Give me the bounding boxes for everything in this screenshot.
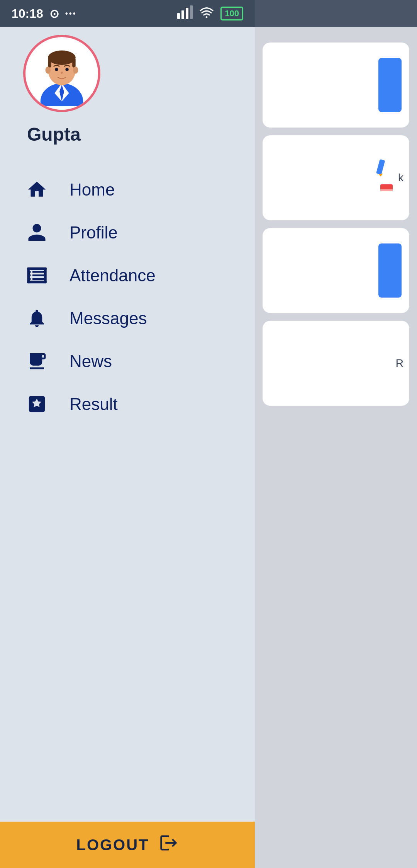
pencil-icon: [375, 159, 394, 178]
svg-rect-17: [48, 58, 51, 68]
time-display: 10:18: [12, 7, 43, 21]
svg-rect-1: [181, 10, 184, 19]
user-name: Gupta: [27, 124, 81, 145]
nav-item-messages[interactable]: Messages: [15, 297, 239, 340]
navigation-drawer: Gupta Home Profile: [0, 0, 255, 868]
bg-text-k: k: [398, 172, 403, 184]
svg-rect-5: [376, 159, 385, 175]
svg-rect-2: [186, 8, 188, 19]
svg-rect-8: [380, 189, 393, 191]
svg-point-21: [55, 68, 58, 71]
bg-card-2: k: [263, 135, 409, 220]
messages-icon: [23, 308, 50, 329]
status-right: 100: [177, 5, 243, 22]
nav-item-profile[interactable]: Profile: [15, 211, 239, 254]
status-left: 10:18 ⊙ •••: [12, 7, 77, 21]
svg-rect-23: [27, 267, 46, 270]
nav-label-home: Home: [70, 180, 115, 199]
svg-point-20: [73, 66, 78, 74]
avatar-image: [29, 41, 95, 106]
nav-label-news: News: [70, 352, 112, 371]
svg-rect-3: [190, 5, 193, 19]
svg-point-22: [65, 68, 69, 71]
battery-icon: 100: [220, 7, 243, 20]
svg-point-16: [48, 51, 75, 65]
svg-rect-26: [27, 281, 46, 283]
news-icon: [23, 351, 50, 372]
logout-icon: [159, 833, 179, 857]
status-bar: 10:18 ⊙ ••• 100: [0, 0, 255, 27]
bg-card-blue-1: [378, 58, 402, 112]
signal-icon: [177, 5, 193, 22]
avatar: [23, 35, 100, 112]
svg-rect-28: [31, 360, 36, 362]
nav-item-news[interactable]: News: [15, 340, 239, 383]
nav-label-messages: Messages: [70, 309, 147, 328]
svg-rect-18: [72, 58, 76, 68]
nav-item-attendance[interactable]: Attendance: [15, 254, 239, 297]
nav-list: Home Profile Attendance: [0, 160, 255, 822]
home-icon: [23, 179, 50, 200]
nav-label-attendance: Attendance: [70, 266, 156, 285]
bg-text-r: R: [396, 357, 403, 369]
bg-card-4: R: [263, 321, 409, 406]
nav-item-result[interactable]: Result: [15, 383, 239, 425]
svg-rect-0: [177, 13, 180, 19]
more-options-icon: •••: [65, 9, 77, 18]
svg-point-19: [46, 66, 51, 74]
svg-rect-27: [31, 357, 38, 359]
bg-card-blue-2: [378, 243, 402, 298]
nav-item-home[interactable]: Home: [15, 168, 239, 211]
profile-icon: [23, 222, 50, 243]
logout-bar[interactable]: LOGOUT: [0, 822, 255, 868]
nav-label-profile: Profile: [70, 223, 118, 242]
main-content-background: k R: [255, 27, 417, 868]
svg-point-4: [206, 16, 208, 18]
instagram-icon: ⊙: [49, 7, 59, 20]
wifi-icon: [199, 5, 214, 22]
logout-label: LOGOUT: [76, 836, 149, 854]
attendance-icon: [23, 265, 50, 286]
bg-card-3: [263, 228, 409, 313]
nav-label-result: Result: [70, 395, 118, 414]
result-icon: [23, 393, 50, 415]
bg-card-1: [263, 43, 409, 128]
eraser-icon: [379, 181, 394, 197]
